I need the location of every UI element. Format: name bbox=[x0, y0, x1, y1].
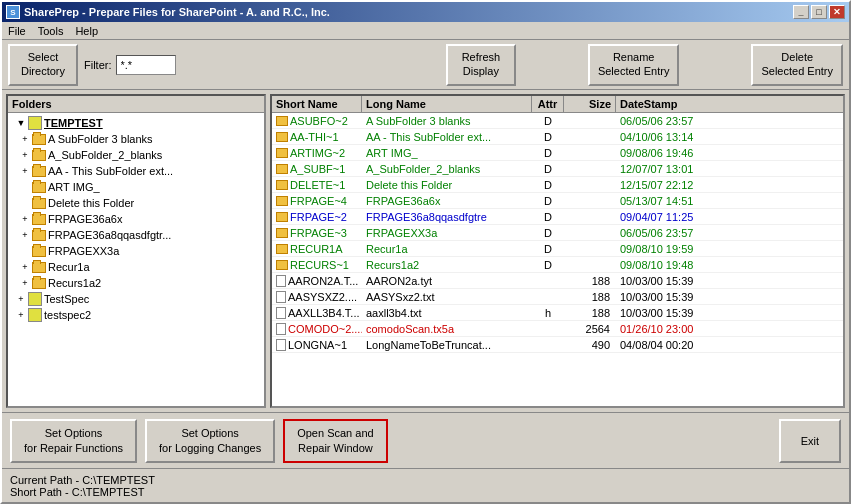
list-row[interactable]: LONGNA~1 LongNameToBeTruncat... 490 04/0… bbox=[272, 337, 843, 353]
cell-attr: D bbox=[532, 259, 564, 271]
cell-attr: D bbox=[532, 227, 564, 239]
folder-icon bbox=[32, 214, 46, 225]
tree-label: Delete this Folder bbox=[48, 197, 134, 209]
list-row[interactable]: RECUR1A Recur1a D 09/08/10 19:59 bbox=[272, 241, 843, 257]
cell-date: 09/04/07 11:25 bbox=[616, 211, 726, 223]
folder-icon bbox=[32, 166, 46, 177]
tree-item-10[interactable]: + Recurs1a2 bbox=[18, 275, 262, 291]
tree-item-3[interactable]: + AA - This SubFolder ext... bbox=[18, 163, 262, 179]
status-bar: Current Path - C:\TEMPTEST Short Path - … bbox=[2, 468, 849, 502]
tree-item-4[interactable]: ART IMG_ bbox=[18, 179, 262, 195]
close-button[interactable]: ✕ bbox=[829, 5, 845, 19]
tree-item-7[interactable]: + FRPAGE36a8qqasdfgtr... bbox=[18, 227, 262, 243]
open-scan-repair-button[interactable]: Open Scan and Repair Window bbox=[283, 419, 387, 463]
folder-icon bbox=[32, 230, 46, 241]
cell-attr: D bbox=[532, 211, 564, 223]
refresh-display-button[interactable]: Refresh Display bbox=[446, 44, 516, 86]
select-directory-button[interactable]: Select Directory bbox=[8, 44, 78, 86]
list-row[interactable]: AARON2A.T... AARON2a.tyt 188 10/03/00 15… bbox=[272, 273, 843, 289]
list-row[interactable]: COMODO~2.... comodoScan.tx5a 2564 01/26/… bbox=[272, 321, 843, 337]
list-row[interactable]: ARTIMG~2 ART IMG_ D 09/08/06 19:46 bbox=[272, 145, 843, 161]
expander-icon[interactable] bbox=[18, 196, 32, 210]
expander-icon[interactable]: ▼ bbox=[14, 116, 28, 130]
list-row[interactable]: FRPAGE~2 FRPAGE36a8qqasdfgtre D 09/04/07… bbox=[272, 209, 843, 225]
expander-icon[interactable] bbox=[18, 244, 32, 258]
tree-item-8[interactable]: FRPAGEXX3a bbox=[18, 243, 262, 259]
list-row[interactable]: AAXLL3B4.T... aaxll3b4.txt h 188 10/03/0… bbox=[272, 305, 843, 321]
cell-attr: D bbox=[532, 195, 564, 207]
list-row[interactable]: FRPAGE~3 FRPAGEXX3a D 06/05/06 23:57 bbox=[272, 225, 843, 241]
set-options-repair-button[interactable]: Set Options for Repair Functions bbox=[10, 419, 137, 463]
tree-label: FRPAGEXX3a bbox=[48, 245, 119, 257]
rename-selected-button[interactable]: Rename Selected Entry bbox=[588, 44, 680, 86]
maximize-button[interactable]: □ bbox=[811, 5, 827, 19]
filter-input[interactable] bbox=[116, 55, 176, 75]
folder-icon bbox=[32, 134, 46, 145]
tree-item-6[interactable]: + FRPAGE36a6x bbox=[18, 211, 262, 227]
folder-icon bbox=[32, 182, 46, 193]
title-controls: _ □ ✕ bbox=[793, 5, 845, 19]
tree-label: testspec2 bbox=[44, 309, 91, 321]
list-row[interactable]: AA-THI~1 AA - This SubFolder ext... D 04… bbox=[272, 129, 843, 145]
exit-button[interactable]: Exit bbox=[779, 419, 841, 463]
tree-item-9[interactable]: + Recur1a bbox=[18, 259, 262, 275]
expander-icon[interactable]: + bbox=[18, 228, 32, 242]
expander-icon[interactable]: + bbox=[14, 308, 28, 322]
file-list-panel: Short Name Long Name Attr Size DateStamp… bbox=[270, 94, 845, 408]
list-row[interactable]: DELETE~1 Delete this Folder D 12/15/07 2… bbox=[272, 177, 843, 193]
tree-item-1[interactable]: + A SubFolder 3 blanks bbox=[18, 131, 262, 147]
cell-short: AA-THI~1 bbox=[272, 131, 362, 143]
col-header-short[interactable]: Short Name bbox=[272, 96, 362, 112]
col-header-long[interactable]: Long Name bbox=[362, 96, 532, 112]
filter-label: Filter: bbox=[84, 59, 112, 71]
expander-icon[interactable]: + bbox=[18, 132, 32, 146]
col-header-attr[interactable]: Attr bbox=[532, 96, 564, 112]
tree-item-12[interactable]: + testspec2 bbox=[14, 307, 262, 323]
tree-item-root[interactable]: ▼ TEMPTEST bbox=[14, 115, 262, 131]
list-row[interactable]: A_SUBF~1 A_SubFolder_2_blanks D 12/07/07… bbox=[272, 161, 843, 177]
expander-icon[interactable]: + bbox=[14, 292, 28, 306]
expander-icon[interactable]: + bbox=[18, 212, 32, 226]
title-bar-left: S SharePrep - Prepare Files for SharePoi… bbox=[6, 5, 330, 19]
cell-date: 12/07/07 13:01 bbox=[616, 163, 726, 175]
window-title: SharePrep - Prepare Files for SharePoint… bbox=[24, 6, 330, 18]
col-header-size[interactable]: Size bbox=[564, 96, 616, 112]
folder-icon bbox=[32, 150, 46, 161]
cell-long: aaxll3b4.txt bbox=[362, 307, 532, 319]
tree-label: AA - This SubFolder ext... bbox=[48, 165, 173, 177]
minimize-button[interactable]: _ bbox=[793, 5, 809, 19]
tree-item-5[interactable]: Delete this Folder bbox=[18, 195, 262, 211]
list-row[interactable]: FRPAGE~4 FRPAGE36a6x D 05/13/07 14:51 bbox=[272, 193, 843, 209]
menu-tools[interactable]: Tools bbox=[36, 25, 66, 37]
expander-icon[interactable]: + bbox=[18, 164, 32, 178]
tree-item-2[interactable]: + A_SubFolder_2_blanks bbox=[18, 147, 262, 163]
title-bar: S SharePrep - Prepare Files for SharePoi… bbox=[2, 2, 849, 22]
expander-icon[interactable]: + bbox=[18, 260, 32, 274]
menu-file[interactable]: File bbox=[6, 25, 28, 37]
cell-long: ART IMG_ bbox=[362, 147, 532, 159]
cell-long: AA - This SubFolder ext... bbox=[362, 131, 532, 143]
cell-long: AASYSxz2.txt bbox=[362, 291, 532, 303]
tree-label: A SubFolder 3 blanks bbox=[48, 133, 153, 145]
cell-attr: D bbox=[532, 147, 564, 159]
cell-short: LONGNA~1 bbox=[272, 339, 362, 351]
cell-date: 06/05/06 23:57 bbox=[616, 115, 726, 127]
cell-date: 05/13/07 14:51 bbox=[616, 195, 726, 207]
list-row[interactable]: AASYSXZ2.... AASYSxz2.txt 188 10/03/00 1… bbox=[272, 289, 843, 305]
menu-help[interactable]: Help bbox=[73, 25, 100, 37]
expander-icon[interactable]: + bbox=[18, 276, 32, 290]
cell-date: 06/05/06 23:57 bbox=[616, 227, 726, 239]
cell-attr: h bbox=[532, 307, 564, 319]
set-options-logging-button[interactable]: Set Options for Logging Changes bbox=[145, 419, 275, 463]
list-body[interactable]: ASUBFO~2 A SubFolder 3 blanks D 06/05/06… bbox=[272, 113, 843, 406]
list-row[interactable]: ASUBFO~2 A SubFolder 3 blanks D 06/05/06… bbox=[272, 113, 843, 129]
list-row[interactable]: RECURS~1 Recurs1a2 D 09/08/10 19:48 bbox=[272, 257, 843, 273]
delete-selected-button[interactable]: Delete Selected Entry bbox=[751, 44, 843, 86]
expander-icon[interactable]: + bbox=[18, 148, 32, 162]
tree-item-11[interactable]: + TestSpec bbox=[14, 291, 262, 307]
expander-icon[interactable] bbox=[18, 180, 32, 194]
tree-area[interactable]: ▼ TEMPTEST + A SubFolder 3 blanks + A_Su… bbox=[8, 113, 264, 406]
col-header-date[interactable]: DateStamp bbox=[616, 96, 726, 112]
cell-size: 2564 bbox=[564, 323, 616, 335]
cell-date: 10/03/00 15:39 bbox=[616, 291, 726, 303]
